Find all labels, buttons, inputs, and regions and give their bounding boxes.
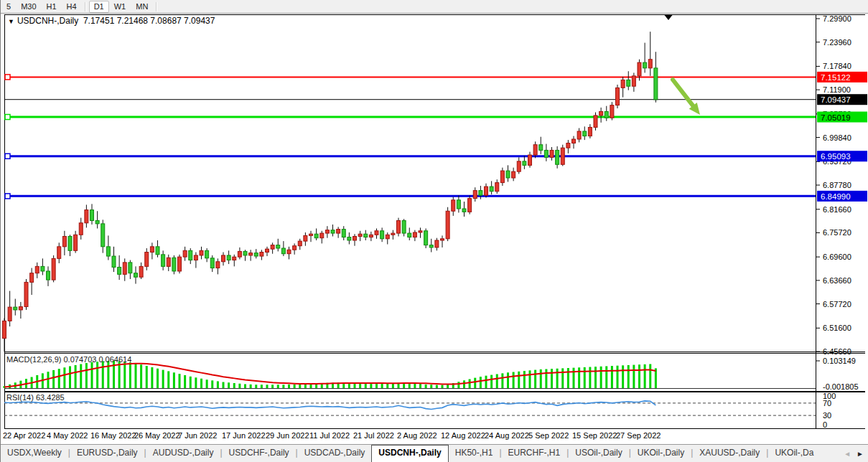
symbol-tab-xauusd-daily[interactable]: XAUUSD-,Daily [693,445,766,462]
chart-canvas[interactable]: 7.299007.239607.178407.119007.057806.998… [1,0,868,462]
candle-down [314,234,318,238]
macd-bar [594,367,597,388]
candle-down [47,271,50,280]
resistance-line-handle[interactable] [5,75,10,80]
macd-bar [129,362,131,388]
support-line-blue-1-handle[interactable] [5,154,10,159]
candle-down [424,231,428,245]
candle-down [331,230,335,233]
candle-up [386,235,389,239]
macd-bar [85,363,88,388]
price-axis-label: 6.81660 [823,205,851,214]
macd-bar [622,365,624,388]
macd-bar [195,377,197,388]
macd-bar [69,366,71,388]
symbol-tab-ukoil-daily[interactable]: UKOil-,Daily [631,445,691,462]
macd-bar [480,377,482,388]
candle-up [167,258,170,266]
symbol-tab-usdx-weekly[interactable]: USDX,Weekly [1,445,68,462]
symbol-tab-eurusd-daily[interactable]: EURUSD-,Daily [70,445,144,462]
timeframe-button-d1[interactable]: D1 [89,1,109,13]
candle-down [227,255,230,260]
date-axis-label: 2 Aug 2022 [397,431,437,440]
date-axis-label: 12 Aug 2022 [441,431,485,440]
timeframe-button-w1[interactable]: W1 [109,1,131,13]
date-axis-label: 16 May 2022 [90,431,136,440]
price-axis-label: 7.17840 [823,62,851,70]
candle-up [397,220,401,233]
candle-up [62,236,66,246]
macd-bar [157,369,159,388]
candle-up [309,234,313,235]
candle-up [320,233,324,238]
candle-down [539,145,543,151]
macd-bar [200,379,202,388]
macd-bar [135,364,137,388]
symbol-tab-audusd-daily[interactable]: AUDUSD-,Daily [146,445,220,462]
candle-up [500,171,504,183]
candle-down [429,245,433,248]
macd-bar [255,385,257,388]
macd-bar [381,383,383,388]
macd-bar [611,366,613,388]
macd-bar [529,370,531,388]
support-line-green-handle[interactable] [5,115,10,120]
timeframe-button-h4[interactable]: H4 [62,1,82,13]
timeframe-button-h1[interactable]: H1 [42,1,62,13]
candle-up [452,200,455,211]
candle-down [281,248,285,254]
symbol-tab-eurchf-h1[interactable]: EURCHF-,H1 [502,445,567,462]
support-line-blue-2-handle[interactable] [5,194,10,199]
timeframe-button-mn[interactable]: MN [131,1,153,13]
symbol-tab-hk50-h1[interactable]: HK50-,H1 [449,445,500,462]
candle-up [358,234,362,236]
macd-bar [173,372,175,388]
macd-bar [507,372,509,388]
macd-bar [375,383,378,388]
candle-up [610,105,614,118]
symbol-tab-ukoil-da[interactable]: UKOil-,Da [768,445,820,462]
timeframe-button-5[interactable]: 5 [1,1,16,13]
candle-up [145,253,149,267]
date-axis-label: 5 Sep 2022 [528,431,569,440]
candle-down [68,236,72,250]
macd-bar [627,365,630,388]
macd-bar [567,368,569,388]
macd-bar [359,383,361,388]
candle-up [183,250,187,257]
macd-bar [179,374,181,388]
macd-bar [140,364,142,388]
date-axis-label: 7 Jun 2022 [178,431,217,440]
price-axis-label: 6.51600 [823,324,851,332]
macd-bar [107,361,109,388]
timeframe-button-m30[interactable]: M30 [16,1,41,13]
symbol-tab-usdcad-daily[interactable]: USDCAD-,Daily [298,445,372,462]
candle-up [495,183,499,192]
symbol-tab-bar: USDX,Weekly|EURUSD-,Daily|AUDUSD-,Daily|… [1,444,868,462]
price-axis-label: 7.29900 [823,14,851,23]
candle-up [19,307,22,310]
macd-bar [442,385,444,388]
trading-terminal-window: 5M30H1H4D1W1MN 7.299007.239607.178407.11… [0,0,868,462]
candle-up [375,231,378,235]
candle-up [57,247,61,259]
timeframe-buttons: 5M30H1H4D1W1MN [1,1,160,13]
symbol-tab-usoil-daily[interactable]: USOil-,Daily [569,445,628,462]
price-axis-label: 6.69600 [823,253,851,261]
macd-bar [223,382,225,388]
tab-scroll-right-icon[interactable]: ► [857,450,864,458]
price-axis-label: 6.75720 [823,228,851,237]
candle-up [419,231,422,232]
symbol-tab-usdchf-daily[interactable]: USDCHF-,Daily [223,445,296,462]
macd-bar [518,372,520,388]
macd-bar [288,385,290,388]
tab-scroll-left-icon[interactable]: ◄ [844,450,851,458]
macd-bar [52,370,55,388]
macd-bar [584,367,586,388]
candle-up [194,255,197,260]
symbol-tab-usdcnh-daily[interactable]: USDCNH-,Daily [371,445,448,462]
candle-up [512,171,515,178]
timeframe-toolbar: 5M30H1H4D1W1MN [1,0,868,14]
tab-scroll-arrows: ◄ ► [839,445,868,462]
macd-bar [266,385,269,388]
